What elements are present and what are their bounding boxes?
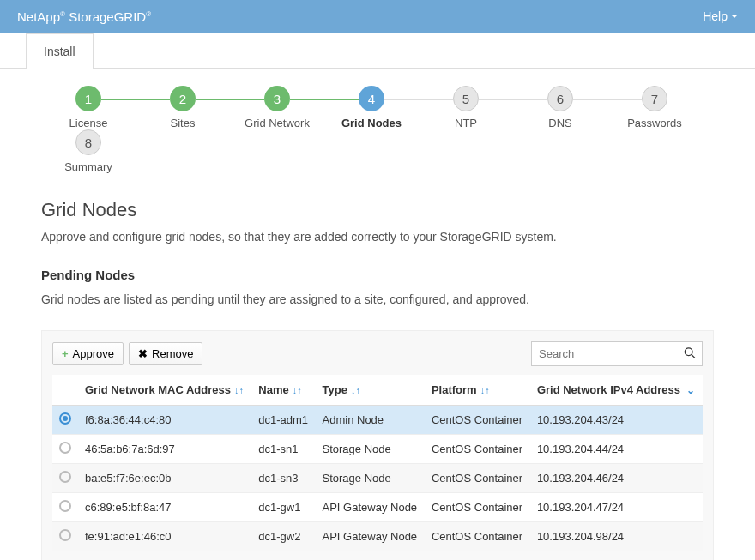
search-box: [531, 341, 703, 366]
col-type[interactable]: Type↓↑: [316, 375, 425, 406]
cell-ipv4: 10.193.204.98/24: [530, 522, 703, 551]
pending-nodes-table: Grid Network MAC Address↓↑ Name↓↑ Type↓↑…: [52, 375, 703, 551]
step-passwords[interactable]: 7Passwords: [607, 86, 702, 129]
radio-icon[interactable]: [59, 500, 71, 512]
table-row[interactable]: fe:91:ad:e1:46:c0dc1-gw2API Gateway Node…: [52, 522, 703, 551]
cell-ipv4: 10.193.204.43/24: [530, 406, 703, 435]
svg-point-0: [685, 347, 692, 355]
cell-ipv4: 10.193.204.47/24: [530, 493, 703, 522]
table-row[interactable]: ba:e5:f7:6e:ec:0bdc1-sn3Storage NodeCent…: [52, 464, 703, 493]
step-grid-nodes[interactable]: 4Grid Nodes: [324, 86, 419, 129]
radio-icon[interactable]: [59, 529, 71, 541]
step-number: 3: [264, 86, 290, 111]
cell-type: API Gateway Node: [316, 522, 425, 551]
row-select-cell[interactable]: [52, 493, 78, 522]
page-description: Approve and configure grid nodes, so tha…: [41, 230, 714, 244]
approve-label: Approve: [73, 347, 114, 360]
page-title: Grid Nodes: [41, 199, 714, 221]
step-number: 6: [547, 86, 573, 111]
cell-name: dc1-sn1: [251, 435, 315, 464]
step-label: Sites: [136, 117, 230, 129]
table-header-row: Grid Network MAC Address↓↑ Name↓↑ Type↓↑…: [52, 375, 703, 406]
cell-name: dc1-sn3: [251, 464, 315, 493]
row-select-cell[interactable]: [52, 522, 78, 551]
step-label: Grid Network: [230, 117, 324, 129]
col-name[interactable]: Name↓↑: [251, 375, 315, 406]
step-ntp[interactable]: 5NTP: [419, 86, 513, 129]
radio-icon[interactable]: [59, 412, 71, 425]
search-icon[interactable]: [684, 346, 696, 361]
tab-bar: Install: [0, 33, 755, 69]
step-label: License: [41, 117, 136, 129]
col-platform[interactable]: Platform↓↑: [425, 375, 530, 406]
col-mac[interactable]: Grid Network MAC Address↓↑: [78, 375, 251, 406]
step-summary[interactable]: 8Summary: [41, 129, 136, 173]
table-row[interactable]: c6:89:e5:bf:8a:47dc1-gw1API Gateway Node…: [52, 493, 703, 522]
step-label: Passwords: [607, 117, 702, 129]
cell-type: Admin Node: [316, 406, 425, 435]
cell-ipv4: 10.193.204.44/24: [530, 435, 703, 464]
approve-button[interactable]: + Approve: [52, 342, 124, 365]
cell-mac: c6:89:e5:bf:8a:47: [78, 493, 251, 522]
pending-nodes-panel: + Approve ✖ Remove Grid Network MAC: [41, 330, 714, 560]
step-number: 8: [76, 129, 101, 155]
svg-line-1: [692, 354, 695, 358]
row-select-cell[interactable]: [52, 435, 78, 464]
remove-button[interactable]: ✖ Remove: [129, 342, 202, 365]
step-connector: [290, 99, 359, 100]
radio-icon[interactable]: [59, 442, 71, 454]
step-label: Grid Nodes: [324, 117, 419, 129]
sort-icon: ↓↑: [293, 385, 302, 395]
cell-name: dc1-gw1: [251, 493, 315, 522]
cell-type: API Gateway Node: [316, 493, 425, 522]
pagination: [52, 551, 703, 560]
cell-type: Storage Node: [316, 464, 425, 493]
tab-install[interactable]: Install: [26, 33, 94, 69]
wizard-stepper: 1License2Sites3Grid Network4Grid Nodes5N…: [41, 86, 714, 173]
action-buttons: + Approve ✖ Remove: [52, 342, 202, 365]
table-toolbar: + Approve ✖ Remove: [52, 341, 703, 366]
step-grid-network[interactable]: 3Grid Network: [230, 86, 324, 129]
step-connector: [196, 99, 264, 100]
step-sites[interactable]: 2Sites: [136, 86, 230, 129]
row-select-cell[interactable]: [52, 464, 78, 493]
step-connector: [384, 99, 453, 100]
search-input[interactable]: [531, 341, 703, 366]
caret-down-icon: [731, 15, 738, 18]
pending-nodes-description: Grid nodes are listed as pending until t…: [41, 292, 714, 306]
col-select: [52, 375, 78, 406]
cell-mac: f6:8a:36:44:c4:80: [78, 406, 251, 435]
chevron-down-icon: ⌄: [680, 384, 695, 396]
step-number: 2: [170, 86, 196, 111]
step-dns[interactable]: 6DNS: [513, 86, 607, 129]
help-label: Help: [703, 9, 728, 23]
step-number: 5: [453, 86, 479, 111]
help-menu[interactable]: Help: [703, 9, 738, 23]
col-ipv4[interactable]: Grid Network IPv4 Address ⌄: [530, 375, 703, 406]
cell-mac: ba:e5:f7:6e:ec:0b: [78, 464, 251, 493]
step-number: 4: [359, 86, 384, 111]
cell-platform: CentOS Container: [425, 493, 530, 522]
radio-icon[interactable]: [59, 471, 71, 483]
cell-platform: CentOS Container: [425, 522, 530, 551]
content: 1License2Sites3Grid Network4Grid Nodes5N…: [0, 69, 755, 560]
cell-platform: CentOS Container: [425, 406, 530, 435]
brand-product: StorageGRID: [69, 9, 146, 24]
step-label: DNS: [513, 117, 607, 129]
sort-icon: ↓↑: [234, 385, 244, 395]
table-row[interactable]: 46:5a:b6:7a:6d:97dc1-sn1Storage NodeCent…: [52, 435, 703, 464]
brand-company: NetApp: [17, 9, 60, 24]
cell-mac: 46:5a:b6:7a:6d:97: [78, 435, 251, 464]
step-license[interactable]: 1License: [41, 86, 136, 129]
x-icon: ✖: [138, 347, 148, 360]
row-select-cell[interactable]: [52, 406, 78, 435]
cell-name: dc1-gw2: [251, 522, 315, 551]
table-row[interactable]: f6:8a:36:44:c4:80dc1-adm1Admin NodeCentO…: [52, 406, 703, 435]
step-label: NTP: [419, 117, 513, 129]
reg-mark: ®: [60, 10, 65, 18]
sort-icon: ↓↑: [480, 385, 490, 395]
pending-nodes-title: Pending Nodes: [41, 268, 714, 282]
cell-type: Storage Node: [316, 435, 425, 464]
cell-name: dc1-adm1: [251, 406, 315, 435]
cell-ipv4: 10.193.204.46/24: [530, 464, 703, 493]
